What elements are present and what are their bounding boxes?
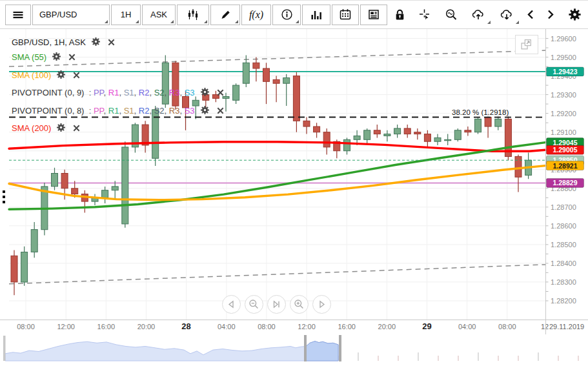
candle bbox=[233, 83, 239, 104]
candle bbox=[273, 76, 279, 103]
price-chart[interactable]: 38.20 % (1.2918)1.296001.295001.294001.2… bbox=[0, 29, 588, 320]
info-button[interactable] bbox=[272, 5, 301, 25]
candle bbox=[102, 187, 108, 203]
pivot-level-s1: S1 bbox=[124, 106, 134, 116]
load-template-button[interactable] bbox=[493, 5, 520, 25]
svg-text:1.29005: 1.29005 bbox=[553, 146, 578, 154]
candle bbox=[394, 125, 401, 137]
legend-row-sma-55: SMA (55) bbox=[12, 52, 76, 63]
candle bbox=[112, 181, 118, 199]
indicator-settings-gear-icon[interactable] bbox=[200, 105, 210, 117]
zoom-out-button[interactable] bbox=[245, 295, 263, 314]
candle bbox=[132, 123, 138, 152]
date-label: 29.11.2019 bbox=[549, 323, 584, 330]
sma-200-line[interactable] bbox=[9, 142, 545, 152]
candle bbox=[525, 153, 532, 179]
time-axis-label: 04:00 bbox=[218, 323, 236, 330]
upper-channel-line[interactable] bbox=[9, 50, 545, 66]
volume-button[interactable] bbox=[302, 5, 330, 25]
candle bbox=[92, 194, 98, 205]
symbol-select-button[interactable]: GBP/USD bbox=[32, 5, 110, 25]
legend-row-sma-100: SMA (100) bbox=[12, 70, 81, 81]
sma-55-line[interactable] bbox=[9, 143, 545, 210]
price-axis-label: 1.28300 bbox=[551, 278, 576, 286]
pivot-level-s2: S2 bbox=[154, 88, 165, 97]
draw-tools-button[interactable] bbox=[210, 5, 240, 25]
time-axis-label: 08:00 bbox=[17, 323, 35, 330]
calendar-icon bbox=[339, 8, 352, 21]
candle bbox=[162, 56, 168, 108]
pivot-level-r2: R2 bbox=[139, 106, 150, 116]
economic-calendar-button[interactable] bbox=[332, 5, 359, 25]
playback-controls bbox=[222, 295, 331, 314]
pivot-level-r3: R3 bbox=[169, 106, 180, 116]
lower-channel-line[interactable] bbox=[9, 265, 545, 284]
chart-edge-drag-handle[interactable] bbox=[3, 190, 5, 206]
scroll-left-button[interactable] bbox=[522, 5, 540, 25]
pivot-level-r2: R2 bbox=[139, 88, 150, 97]
zoom-tool-button[interactable] bbox=[439, 5, 463, 25]
main-menu-button[interactable] bbox=[5, 5, 31, 25]
time-axis[interactable]: 12 29.11.2019 08:0012:0016:0020:002804:0… bbox=[0, 320, 588, 334]
gear-icon bbox=[568, 8, 582, 21]
time-tick-last: 12 bbox=[541, 323, 549, 330]
save-template-button[interactable] bbox=[465, 5, 492, 25]
step-forward-button[interactable] bbox=[312, 295, 331, 314]
indicator-settings-gear-icon[interactable] bbox=[56, 123, 66, 134]
indicator-remove-icon[interactable] bbox=[107, 38, 116, 48]
indicator-remove-icon[interactable] bbox=[216, 88, 225, 99]
chart-type-select-button[interactable] bbox=[177, 5, 209, 25]
indicator-settings-gear-icon[interactable] bbox=[200, 87, 210, 99]
pivot-level-s3: S3 bbox=[185, 88, 195, 97]
time-axis-day-label: 29 bbox=[422, 321, 431, 331]
candle bbox=[52, 168, 58, 190]
dropdown-corner-icon bbox=[516, 21, 519, 24]
svg-text:1.28921: 1.28921 bbox=[553, 162, 578, 170]
history-navigator[interactable] bbox=[0, 334, 588, 362]
dropdown-corner-icon bbox=[235, 20, 238, 23]
price-axis-label: 1.28700 bbox=[551, 203, 576, 211]
svg-text:1.28829: 1.28829 bbox=[553, 179, 578, 187]
candle bbox=[505, 116, 511, 161]
lock-scroll-button[interactable] bbox=[389, 5, 411, 25]
navigator-left-edge[interactable] bbox=[3, 336, 6, 361]
sma200-badge: 1.29005 bbox=[547, 145, 584, 154]
pivot-level-s1: S1 bbox=[124, 88, 134, 97]
chart-symbol-label: GBP/USD, 1H, ASK bbox=[12, 37, 116, 48]
dropdown-corner-icon bbox=[105, 20, 108, 23]
scroll-right-button[interactable] bbox=[541, 5, 560, 25]
indicator-settings-gear-icon[interactable] bbox=[56, 70, 66, 81]
zoom-in-button[interactable] bbox=[290, 295, 309, 314]
candle bbox=[243, 56, 249, 87]
indicator-remove-icon[interactable] bbox=[68, 53, 76, 63]
indicator-remove-icon[interactable] bbox=[216, 107, 225, 117]
step-back-button[interactable] bbox=[222, 295, 241, 314]
timeframe-select-button[interactable]: 1H bbox=[111, 5, 141, 25]
indicator-settings-gear-icon[interactable] bbox=[91, 37, 101, 48]
navigator-handle-left[interactable] bbox=[304, 335, 307, 361]
dropdown-corner-icon bbox=[170, 20, 174, 23]
indicator-remove-icon[interactable] bbox=[72, 71, 81, 81]
chevron-right-icon bbox=[545, 8, 556, 21]
news-button[interactable] bbox=[360, 5, 387, 25]
candle bbox=[454, 128, 461, 141]
indicator-remove-icon[interactable] bbox=[72, 124, 81, 134]
button-label: ASK bbox=[150, 10, 167, 19]
pivot-s-badge: 1.28829 bbox=[547, 178, 584, 187]
detach-chart-button[interactable] bbox=[515, 35, 538, 54]
menu-icon bbox=[12, 9, 25, 21]
indicators-button[interactable]: f(x) bbox=[241, 5, 271, 25]
jump-to-end-button[interactable] bbox=[267, 295, 286, 314]
zoom-wave-icon bbox=[445, 8, 458, 21]
candle bbox=[475, 117, 482, 134]
navigator-handle-right[interactable] bbox=[339, 335, 341, 361]
indicator-settings-gear-icon[interactable] bbox=[52, 52, 61, 63]
candle bbox=[303, 117, 310, 134]
dropdown-corner-icon bbox=[487, 21, 491, 24]
settings-button[interactable] bbox=[562, 5, 587, 25]
crosshair-tool-button[interactable] bbox=[412, 5, 438, 25]
price-axis-label: 1.28200 bbox=[551, 297, 576, 305]
price-axis-label: 1.28600 bbox=[551, 222, 576, 230]
price-type-select-button[interactable]: ASK bbox=[142, 5, 176, 25]
navigator-area[interactable] bbox=[5, 341, 338, 361]
